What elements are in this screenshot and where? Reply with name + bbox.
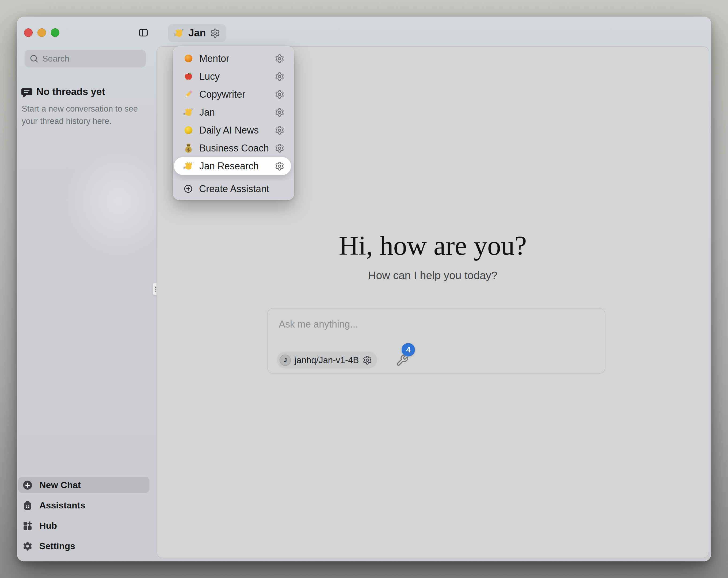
wave-emoji-icon [184,161,193,171]
chat-composer[interactable]: J janhq/Jan-v1-4B 4 [267,308,605,374]
yellow-circle-emoji-icon [184,125,193,135]
search-input[interactable]: Search [25,50,146,68]
assistant-item-gear-icon[interactable] [275,107,284,117]
assistant-item-gear-icon[interactable] [275,72,284,81]
assistant-item-gear-icon[interactable] [275,161,284,171]
wave-emoji-icon [174,28,184,38]
app-window: Search No threads yet Start a new conver… [17,17,711,561]
sidebar-item-new-chat[interactable]: New Chat [18,477,149,493]
create-assistant-label: Create Assistant [199,183,269,195]
hub-icon [22,521,33,531]
assistant-menu-item-label: Business Coach [199,143,269,154]
assistant-menu-item-label: Copywriter [199,89,245,100]
sidebar-toggle-button[interactable] [137,26,150,39]
assistant-item-gear-icon[interactable] [275,90,284,99]
assistant-selector-label: Jan [188,27,206,39]
assistant-menu-item-label: Jan Research [199,160,259,172]
assistant-menu-item-label: Jan [199,107,215,118]
create-assistant-button[interactable]: Create Assistant [173,181,294,197]
search-placeholder: Search [42,54,69,64]
tools-count-badge: 4 [401,343,415,356]
pencil-emoji-icon [184,90,193,99]
sidebar-nav-label: Settings [39,541,75,551]
assistant-menu-item-label: Daily AI News [199,125,259,136]
assistant-item-gear-icon[interactable] [275,126,284,135]
assistant-menu-item-copywriter[interactable]: Copywriter [174,85,291,103]
assistant-menu-item-business-coach[interactable]: Business Coach [174,139,291,157]
chat-input[interactable] [278,318,587,346]
zoom-window-button[interactable] [51,28,59,37]
plus-circle-icon [184,184,193,194]
money-bag-emoji-icon [184,143,193,153]
model-name: janhq/Jan-v1-4B [294,355,359,365]
bot-icon [22,500,33,511]
assistant-menu-item-daily-ai-news[interactable]: Daily AI News [174,121,291,139]
assistant-settings-gear-icon[interactable] [210,28,220,38]
assistant-item-gear-icon[interactable] [275,54,284,64]
message-square-icon [21,87,33,99]
assistant-menu-item-label: Mentor [199,53,229,64]
assistant-menu-item-lucy[interactable]: Lucy [174,68,291,85]
panel-left-icon [138,28,149,38]
model-selector-button[interactable]: J janhq/Jan-v1-4B [277,352,377,369]
greeting-title: Hi, how are you? [157,231,709,261]
wave-emoji-icon [184,107,193,117]
search-icon [29,54,38,63]
greeting-subtitle: How can I help you today? [157,269,709,282]
sidebar-nav-label: Hub [39,521,57,531]
sidebar-item-hub[interactable]: Hub [18,518,149,534]
model-avatar: J [280,355,291,366]
sidebar-nav-label: Assistants [39,500,85,510]
plus-circle-filled-icon [22,480,33,491]
assistant-dropdown-menu: Mentor Lucy Copywriter Jan Daily AI News… [173,46,294,200]
close-window-button[interactable] [24,28,33,37]
model-settings-gear-icon[interactable] [363,355,372,365]
assistant-menu-item-jan[interactable]: Jan [174,103,291,121]
assistant-menu-item-jan-research[interactable]: Jan Research [174,157,291,175]
assistant-menu-item-mentor[interactable]: Mentor [174,50,291,68]
empty-threads-title: No threads yet [36,86,105,97]
apple-emoji-icon [184,71,193,81]
sidebar-item-assistants[interactable]: Assistants [18,498,149,513]
minimize-window-button[interactable] [37,28,46,37]
assistant-selector-button[interactable]: Jan [168,24,226,42]
sidebar-nav: New Chat Assistants Hub Settings [18,477,149,558]
assistant-item-gear-icon[interactable] [275,144,284,153]
gear-filled-icon [22,541,33,552]
menu-separator [173,178,294,178]
sidebar-nav-label: New Chat [39,480,81,490]
assistant-menu-item-label: Lucy [199,71,220,82]
sidebar-item-settings[interactable]: Settings [18,538,149,554]
orange-circle-emoji-icon [184,53,193,64]
assistant-menu-items: Mentor Lucy Copywriter Jan Daily AI News… [173,50,294,175]
empty-threads-description: Start a new conversation to see your thr… [22,103,150,127]
